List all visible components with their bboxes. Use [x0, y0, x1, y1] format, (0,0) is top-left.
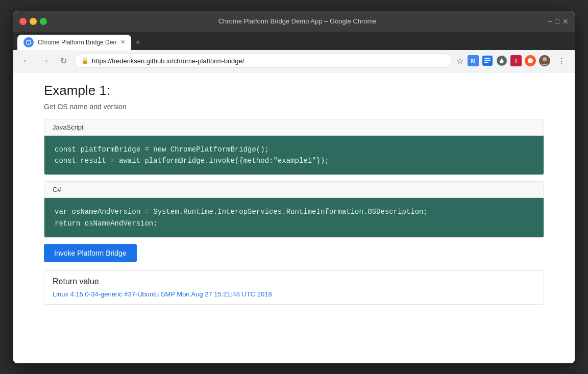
title-bar: Chrome Platform Bridge Demo App – Google…: [13, 11, 575, 32]
cs-code-label: C#: [44, 182, 544, 198]
js-code-block: const platformBridge = new ChromePlatfor…: [44, 136, 544, 175]
js-code-section: JavaScript const platformBridge = new Ch…: [44, 119, 544, 176]
extension-upload-icon[interactable]: [496, 55, 507, 66]
extension-red-icon[interactable]: f: [510, 55, 522, 66]
menu-button[interactable]: ⋮: [554, 54, 569, 68]
maximize-button[interactable]: [40, 18, 47, 25]
svg-rect-4: [484, 58, 491, 59]
svg-point-2: [27, 40, 31, 44]
return-value-section: Return value Linux 4.15.0-34-generic #37…: [44, 270, 544, 305]
example-desc: Get OS name and version: [44, 103, 544, 111]
minimize-button[interactable]: [30, 18, 37, 25]
tab-bar: Chrome Platform Bridge Den ✕ +: [13, 32, 575, 50]
tab-close-button[interactable]: ✕: [120, 39, 125, 45]
window-title: Chrome Platform Bridge Demo App – Google…: [51, 17, 544, 25]
new-tab-button[interactable]: +: [131, 35, 145, 50]
title-icons: − □ ✕: [548, 17, 569, 26]
svg-rect-6: [484, 62, 488, 63]
back-button[interactable]: ←: [19, 54, 34, 68]
title-icon-2: □: [555, 17, 559, 26]
toolbar-extensions: M f: [468, 55, 550, 66]
forward-button[interactable]: →: [38, 54, 52, 68]
address-bar: ← → ↻ 🔒 https://frederiksen.github.io/ch…: [13, 50, 575, 72]
profile-avatar-icon[interactable]: [539, 55, 550, 66]
page-content: Example 1: Get OS name and version JavaS…: [13, 72, 575, 363]
invoke-platform-bridge-button[interactable]: Invoke Platform Bridge: [44, 244, 137, 262]
cs-code-section: C# var osNameAndVersion = System.Runtime…: [44, 181, 544, 238]
title-icon-3: ✕: [562, 17, 569, 26]
example-title: Example 1:: [44, 83, 544, 98]
reload-button[interactable]: ↻: [56, 54, 70, 68]
lock-icon: 🔒: [81, 57, 89, 64]
url-text: https://frederiksen.github.io/chrome-pla…: [92, 57, 244, 65]
address-input[interactable]: 🔒 https://frederiksen.github.io/chrome-p…: [75, 54, 452, 68]
svg-point-11: [528, 58, 533, 63]
chrome-tab-icon: [23, 37, 34, 47]
browser-window: Chrome Platform Bridge Demo App – Google…: [13, 11, 575, 363]
tab-label: Chrome Platform Bridge Den: [38, 39, 116, 46]
browser-tab[interactable]: Chrome Platform Bridge Den ✕: [17, 35, 131, 50]
window-controls: [19, 18, 47, 25]
cs-code-block: var osNameAndVersion = System.Runtime.In…: [44, 198, 544, 237]
svg-rect-9: [500, 62, 503, 63]
close-button[interactable]: [19, 18, 27, 25]
bookmark-icon[interactable]: ☆: [456, 56, 463, 66]
svg-rect-5: [484, 60, 491, 61]
return-label: Return value: [53, 277, 535, 286]
extension-docs-icon[interactable]: [482, 55, 493, 66]
return-value-text: Linux 4.15.0-34-generic #37-Ubuntu SMP M…: [53, 290, 535, 298]
js-code-label: JavaScript: [44, 119, 544, 136]
svg-point-13: [543, 57, 547, 61]
extension-m-icon[interactable]: M: [468, 55, 479, 66]
title-icon-1: −: [548, 17, 552, 26]
extension-circle-icon[interactable]: [525, 55, 536, 66]
